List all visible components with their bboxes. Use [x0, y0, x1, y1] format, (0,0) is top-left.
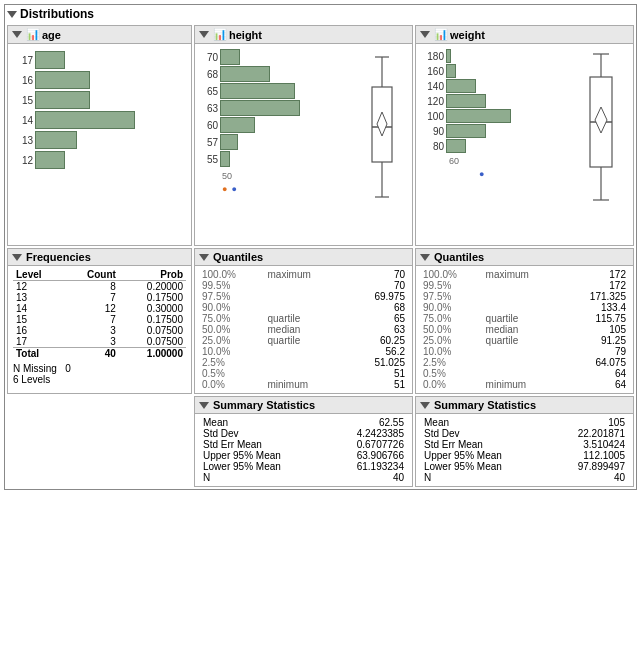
freq-row: 1570.17500 [13, 314, 186, 325]
weight-collapse-icon[interactable] [420, 31, 430, 38]
quant-row: 0.5%51 [200, 368, 407, 379]
height-panel: 📊 height 70 68 65 [194, 25, 413, 246]
age-bar-16: 16 [13, 71, 186, 89]
age-collapse-icon[interactable] [12, 31, 22, 38]
quantiles-height-title-label: Quantiles [213, 251, 263, 263]
freq-col-prob: Prob [119, 269, 186, 281]
height-bar-57-rect [220, 134, 238, 150]
summary-height-title: Summary Statistics [195, 397, 412, 414]
quant-row: 90.0%68 [200, 302, 407, 313]
weight-bar-100: 100 [421, 109, 576, 123]
weight-dots: ● [421, 167, 576, 179]
age-bar-13: 13 [13, 131, 186, 149]
age-title-label: age [42, 29, 61, 41]
height-bar-70: 70 [200, 49, 358, 65]
quantiles-height-title: Quantiles [195, 249, 412, 266]
height-bar-55: 55 [200, 151, 358, 167]
quant-row: 75.0%quartile115.75 [421, 313, 628, 324]
age-histogram: 17 16 15 14 13 [13, 47, 186, 169]
age-bar-12: 12 [13, 151, 186, 169]
weight-bar-80: 80 [421, 139, 576, 153]
age-bar-13-rect [35, 131, 77, 149]
quantiles-weight-panel: Quantiles 100.0%maximum17299.5%17297.5%1… [415, 248, 634, 394]
freq-total-row: Total401.00000 [13, 348, 186, 360]
height-panel-title: 📊 height [195, 26, 412, 44]
weight-title-label: weight [450, 29, 485, 41]
age-bar-14-rect [35, 111, 135, 129]
bottom-row: Summary Statistics Mean62.55Std Dev4.242… [7, 396, 634, 487]
age-bar-14: 14 [13, 111, 186, 129]
quantiles-weight-title-label: Quantiles [434, 251, 484, 263]
quant-w-collapse-icon[interactable] [420, 254, 430, 261]
weight-bar-120: 120 [421, 94, 576, 108]
mid-row: Frequencies Level Count Prob 1280.200001… [7, 248, 634, 394]
age-bar-16-rect [35, 71, 90, 89]
freq-row: 14120.30000 [13, 303, 186, 314]
weight-panel-title: 📊 weight [416, 26, 633, 44]
histogram-row: 📊 age 17 16 15 14 [7, 25, 634, 246]
age-bar-15-rect [35, 91, 90, 109]
quant-row: 10.0%56.2 [200, 346, 407, 357]
age-panel: 📊 age 17 16 15 14 [7, 25, 192, 246]
weight-bar-120-rect [446, 94, 486, 108]
quant-h-collapse-icon[interactable] [199, 254, 209, 261]
quant-row: 99.5%172 [421, 280, 628, 291]
height-bar-63: 63 [200, 100, 358, 116]
height-title-label: height [229, 29, 262, 41]
weight-blue-dot: ● [479, 169, 484, 179]
weight-chart-icon: 📊 [434, 28, 448, 41]
height-chart-icon: 📊 [213, 28, 227, 41]
stats-row: Upper 95% Mean112.1005 [421, 450, 628, 461]
quant-row: 99.5%70 [200, 280, 407, 291]
freq-collapse-icon[interactable] [12, 254, 22, 261]
summary-weight-title-label: Summary Statistics [434, 399, 536, 411]
summary-height-panel: Summary Statistics Mean62.55Std Dev4.242… [194, 396, 413, 487]
main-title-label: Distributions [20, 7, 94, 21]
weight-bar-180: 180 [421, 49, 576, 63]
weight-bar-180-rect [446, 49, 451, 63]
weight-bar-160: 160 [421, 64, 576, 78]
height-chart-area: 70 68 65 63 [200, 47, 407, 242]
freq-row: 1630.07500 [13, 325, 186, 336]
weight-bar-90-rect [446, 124, 486, 138]
stats-row: Std Dev22.201871 [421, 428, 628, 439]
collapse-icon[interactable] [7, 11, 17, 18]
age-bar-15: 15 [13, 91, 186, 109]
stats-row: Upper 95% Mean63.906766 [200, 450, 407, 461]
quant-row: 2.5%64.075 [421, 357, 628, 368]
summary-height-table: Mean62.55Std Dev4.2423385Std Err Mean0.6… [200, 417, 407, 483]
height-bar-63-rect [220, 100, 300, 116]
weight-boxplot [578, 47, 628, 242]
weight-panel: 📊 weight 180 160 140 [415, 25, 634, 246]
stats-row: Std Dev4.2423385 [200, 428, 407, 439]
stats-row: Lower 95% Mean97.899497 [421, 461, 628, 472]
quant-row: 100.0%maximum172 [421, 269, 628, 280]
weight-x-label-60: 60 [421, 154, 576, 166]
stats-row: Mean62.55 [200, 417, 407, 428]
quant-row: 50.0%median63 [200, 324, 407, 335]
main-panel: Distributions 📊 age 17 16 15 [4, 4, 637, 490]
quant-row: 0.5%64 [421, 368, 628, 379]
frequencies-title-label: Frequencies [26, 251, 91, 263]
freq-row: 1280.20000 [13, 281, 186, 293]
quant-row: 25.0%quartile91.25 [421, 335, 628, 346]
height-bar-68-rect [220, 66, 270, 82]
stats-row: Std Err Mean0.6707726 [200, 439, 407, 450]
quant-row: 90.0%133.4 [421, 302, 628, 313]
stats-row: N40 [200, 472, 407, 483]
weight-bar-160-rect [446, 64, 456, 78]
summary-weight-panel: Summary Statistics Mean105Std Dev22.2018… [415, 396, 634, 487]
sum-w-collapse-icon[interactable] [420, 402, 430, 409]
weight-bar-140-rect [446, 79, 476, 93]
quant-row: 25.0%quartile60.25 [200, 335, 407, 346]
sum-h-collapse-icon[interactable] [199, 402, 209, 409]
weight-bar-140: 140 [421, 79, 576, 93]
height-dots: ● ● [200, 182, 358, 194]
stats-row: Mean105 [421, 417, 628, 428]
height-collapse-icon[interactable] [199, 31, 209, 38]
quant-row: 0.0%minimum64 [421, 379, 628, 390]
height-bar-65-rect [220, 83, 295, 99]
height-boxplot-svg [367, 52, 397, 212]
freq-levels: 6 Levels [13, 374, 186, 385]
age-bar-12-rect [35, 151, 65, 169]
